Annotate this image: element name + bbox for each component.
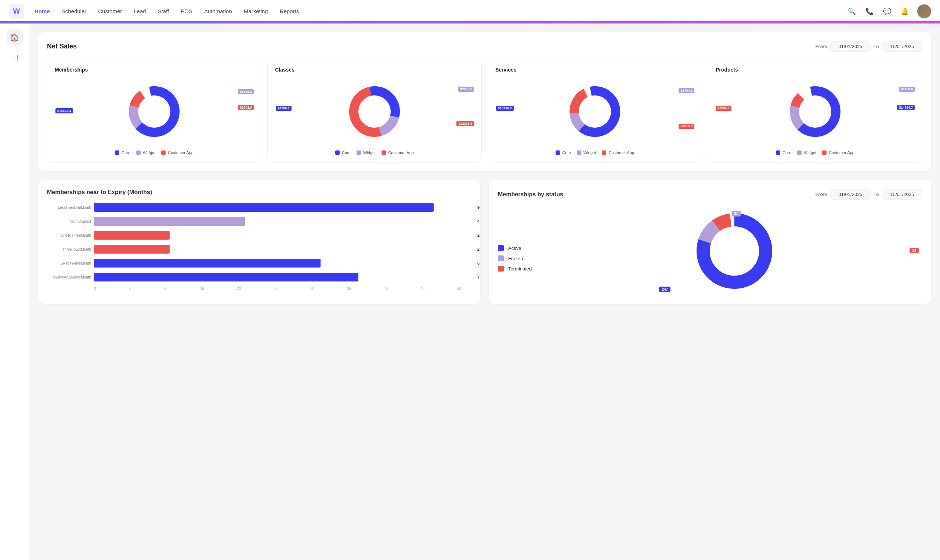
nav-reports[interactable]: Reports [280, 8, 299, 14]
legend-widget: Widget [136, 151, 155, 155]
axis-20: 20 [237, 287, 241, 291]
services-widget-label: $2784.1 [678, 88, 694, 93]
sidebar-collapse-icon[interactable]: →| [11, 54, 18, 61]
axis-30: 30 [310, 287, 314, 291]
services-legend-capp-label: Customer App [609, 151, 634, 155]
bar-chart: LessThenOneMonth 9 NotInContact 4 [47, 203, 472, 291]
products-legend-capp: Customer App [822, 151, 854, 155]
bar-fill-1 [94, 217, 245, 226]
axis-25: 25 [274, 287, 277, 291]
chart-services-title: Services [495, 67, 694, 73]
nav-scheduler[interactable]: Scheduler [62, 8, 87, 14]
services-legend-widget-label: Widget [584, 151, 596, 155]
bar-count-4: 6 [477, 261, 479, 265]
memberships-core-label: $15678.4 [55, 108, 73, 113]
classes-legend-widget-dot [356, 151, 361, 155]
bar-row-5: TwelveAndAboveMonth 7 [47, 273, 472, 282]
axis-50: 50 [457, 287, 461, 291]
products-widget-label: $4189.8 [899, 87, 915, 92]
classes-widget-label: $2535.8 [458, 87, 474, 92]
logo[interactable]: W [9, 4, 24, 19]
status-to-value[interactable]: 15/01/2025 [882, 189, 922, 200]
sidebar-home-icon[interactable]: 🏠 [7, 29, 23, 46]
nav-customer[interactable]: Customer [98, 8, 122, 14]
nav-pos[interactable]: POS [181, 8, 193, 14]
bar-axis: 0 5 10 15 20 25 30 35 40 45 50 [47, 287, 472, 291]
axis-10: 10 [163, 287, 168, 291]
legend-core: Core [115, 151, 130, 155]
products-legend-widget-dot [797, 151, 801, 155]
classes-legend-capp-label: Customer App [388, 151, 414, 155]
bar-label-3: ThreeToSixMonth [47, 247, 91, 251]
axis-5: 5 [128, 287, 131, 291]
bar-label-0: LessThenOneMonth [47, 206, 91, 209]
navbar: W Home Scheduler Customer Lead Staff POS… [0, 0, 940, 23]
phone-icon[interactable]: 📞 [864, 6, 875, 17]
bar-label-2: OneToThreeMonth [47, 233, 91, 237]
products-legend-core: Core [776, 151, 791, 155]
products-legend-capp-label: Customer App [829, 151, 854, 155]
services-legend-widget: Widget [577, 151, 596, 155]
status-header: Memberships by status From 01/01/2025 To… [498, 189, 922, 200]
memberships-donut-svg [125, 82, 183, 141]
status-frozen-label: Frozen [508, 256, 523, 261]
search-icon[interactable]: 🔍 [847, 6, 857, 17]
bar-count-1: 4 [477, 219, 479, 223]
status-from-value[interactable]: 01/01/2025 [830, 189, 871, 200]
status-date-range: From 01/01/2025 To 15/01/2025 [815, 189, 922, 200]
status-donut-svg [690, 207, 778, 295]
nav-home[interactable]: Home [34, 8, 50, 14]
nav-staff[interactable]: Staff [158, 8, 169, 14]
products-legend-capp-dot [822, 151, 826, 155]
legend-core-dot [115, 151, 119, 155]
whatsapp-icon[interactable]: 💬 [882, 6, 892, 17]
services-legend: Core Widget Customer App [495, 151, 694, 155]
axis-0: 0 [94, 287, 96, 291]
net-sales-section: Net Sales From 01/01/2025 To 15/01/2025 … [38, 32, 931, 171]
notification-icon[interactable]: 🔔 [900, 6, 910, 17]
net-sales-from-label: From [815, 44, 828, 49]
chart-memberships: Memberships $15678 [47, 59, 262, 163]
services-legend-core-label: Core [562, 151, 571, 155]
bar-outer-5: 7 [94, 273, 472, 282]
status-donut-area: 30 23 247 [546, 207, 922, 295]
status-legend-terminated: Terminated [498, 266, 532, 272]
services-legend-widget-dot [577, 151, 581, 155]
bar-label-4: SixToTwelveMonth [47, 261, 91, 265]
bar-fill-4 [94, 259, 321, 268]
classes-donut-wrapper: $4296.1 $2535.8 $12396.5 [275, 78, 474, 145]
classes-legend-widget-label: Widget [363, 151, 376, 155]
axis-15: 15 [200, 287, 204, 291]
memberships-capp-label: $2842.6 [238, 105, 254, 110]
status-active-label: Active [508, 246, 521, 251]
products-capp-label: $2285.4 [716, 106, 732, 111]
net-sales-from-value[interactable]: 01/01/2025 [830, 41, 871, 52]
svg-point-7 [358, 95, 391, 128]
net-sales-to-value[interactable]: 15/01/2025 [882, 41, 922, 52]
svg-point-15 [799, 95, 831, 128]
chart-products: Products $2285.4 $4189.8 [708, 59, 922, 163]
legend-core-label: Core [122, 151, 130, 155]
status-legend-active: Active [498, 245, 532, 251]
bar-outer-1: 4 [94, 217, 472, 226]
classes-legend-core: Core [335, 151, 351, 155]
bar-outer-0: 9 [94, 203, 472, 212]
nav-automation[interactable]: Automation [204, 8, 232, 14]
bar-label-1: NotInContact [47, 220, 91, 223]
nav-lead[interactable]: Lead [134, 8, 146, 14]
axis-40: 40 [384, 287, 388, 291]
status-terminated-dot [498, 266, 504, 272]
svg-point-19 [710, 226, 759, 275]
nav-marketing[interactable]: Marketing [244, 8, 268, 14]
products-legend-core-dot [776, 151, 780, 155]
avatar[interactable] [917, 5, 931, 18]
main-content: Net Sales From 01/01/2025 To 15/01/2025 … [29, 23, 940, 560]
bar-fill-3 [94, 245, 170, 254]
bar-outer-3: 2 [94, 245, 472, 254]
bar-count-3: 2 [477, 247, 479, 251]
products-legend-widget: Widget [797, 151, 816, 155]
charts-row: Memberships $15678 [47, 59, 922, 163]
svg-point-11 [579, 95, 611, 128]
legend-capp-dot [161, 151, 166, 155]
status-active-count: 247 [659, 287, 670, 292]
